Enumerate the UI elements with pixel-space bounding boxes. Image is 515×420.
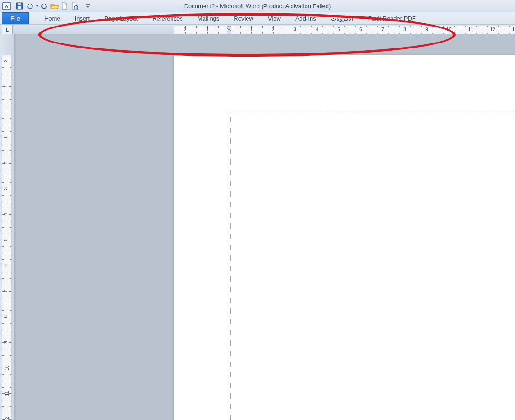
title-bar: W (0, 0, 515, 12)
ruler-number: 1 (3, 136, 8, 139)
ruler-number: 13 (512, 27, 515, 32)
ruler-number: 8 (403, 27, 406, 32)
undo-icon[interactable] (25, 1, 34, 11)
svg-line-6 (77, 9, 78, 10)
ruler-number: 7 (381, 27, 384, 32)
tab-references[interactable]: References (145, 12, 190, 24)
vertical-ruler-column: 211234567891011121314 (0, 34, 14, 420)
ruler-number: 10 (5, 365, 10, 370)
tab-acrobat[interactable]: الأكروبات (323, 12, 361, 24)
ruler-number: 2 (272, 27, 274, 32)
separator (81, 2, 81, 10)
svg-rect-4 (18, 6, 21, 9)
tab-view[interactable]: View (261, 12, 288, 24)
ribbon-tabs: File Home Insert Page Layout References … (0, 12, 515, 25)
tab-add-ins[interactable]: Add-Ins (288, 12, 323, 24)
document-area[interactable] (14, 34, 515, 420)
ruler-number: 7 (3, 290, 8, 292)
ruler-number: 11 (5, 391, 10, 396)
ruler-number: 3 (3, 187, 8, 190)
vertical-ruler[interactable]: 211234567891011121314 (2, 55, 12, 420)
tab-insert[interactable]: Insert (68, 12, 97, 24)
save-icon[interactable] (15, 1, 24, 11)
redo-icon[interactable] (40, 1, 49, 11)
svg-rect-3 (18, 3, 21, 5)
customize-qat-icon[interactable] (83, 1, 92, 11)
svg-rect-7 (86, 4, 90, 5)
ruler-number: 3 (294, 27, 296, 32)
undo-dropdown-icon[interactable] (35, 2, 39, 10)
ruler-number: 1 (3, 85, 8, 88)
new-doc-icon[interactable] (60, 1, 69, 11)
separator (13, 2, 13, 10)
app-root: W (0, 0, 515, 420)
ruler-number: 2 (184, 27, 187, 32)
tab-selector[interactable]: L (2, 25, 13, 35)
ruler-number: 2 (3, 162, 8, 165)
ruler-number: 11 (468, 27, 473, 32)
ruler-number: 2 (3, 59, 8, 62)
svg-text:W: W (4, 3, 9, 9)
ruler-number: 4 (3, 213, 8, 216)
ruler-number: 6 (3, 264, 8, 267)
print-preview-icon[interactable] (70, 1, 79, 11)
word-app-icon[interactable]: W (2, 1, 11, 11)
ruler-number: 1 (206, 27, 209, 32)
tab-foxit[interactable]: Foxit Reader PDF (361, 12, 423, 24)
ruler-number: 5 (3, 239, 8, 241)
workspace: 211234567891011121314 (0, 34, 515, 420)
open-folder-icon[interactable] (50, 1, 59, 11)
quick-access-toolbar: W (2, 1, 92, 11)
ruler-number: 12 (5, 416, 10, 420)
ruler-number: 9 (425, 27, 428, 32)
ruler-number: 8 (3, 315, 8, 318)
horizontal-ruler[interactable]: 2112345678910111213 (174, 26, 515, 35)
tab-mailings[interactable]: Mailings (190, 12, 227, 24)
ruler-number: 12 (490, 27, 495, 32)
tab-home[interactable]: Home (37, 12, 68, 24)
ruler-number: 1 (250, 27, 252, 32)
page-margin-guide (230, 112, 515, 420)
ruler-number: 9 (3, 341, 8, 344)
ruler-number: 5 (338, 27, 340, 32)
ruler-number: 10 (446, 27, 451, 32)
tab-review[interactable]: Review (226, 12, 261, 24)
tab-file[interactable]: File (2, 12, 29, 24)
ruler-number: 6 (359, 27, 362, 32)
document-page[interactable] (174, 55, 515, 420)
ruler-number: 4 (316, 27, 318, 32)
tab-page-layout[interactable]: Page Layout (97, 12, 145, 24)
